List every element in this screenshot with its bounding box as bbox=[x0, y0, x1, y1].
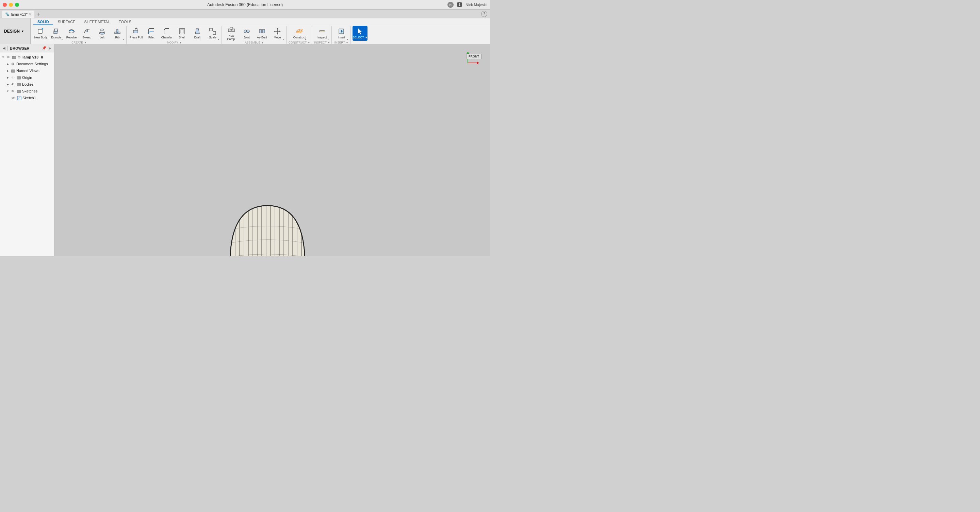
sidebar-pin-button[interactable]: 📌 bbox=[42, 46, 47, 50]
joint-button[interactable]: Joint bbox=[239, 26, 254, 41]
inspect-group-label: INSPECT ▼ bbox=[314, 41, 330, 44]
browser-label: BROWSER bbox=[10, 46, 29, 50]
offset-plane-button[interactable]: Construct ▼ bbox=[292, 26, 307, 41]
tree-item-origin[interactable]: ▶ 👁 Origin bbox=[0, 74, 54, 81]
titlebar-right: N 1 Nick Majeski bbox=[447, 2, 490, 8]
tab-icon: 🔩 bbox=[5, 12, 10, 16]
toolbar-group-modify: Press Pull Fillet bbox=[127, 26, 222, 44]
sidebar-collapse-right[interactable]: ▶ bbox=[49, 46, 51, 50]
tree-item-lamp-v13[interactable]: ▼ 👁 ⚙ lamp v13 bbox=[0, 54, 54, 60]
tab-bar: 🔩 lamp v13* ✕ + ? bbox=[0, 10, 490, 18]
toolbar-group-inspect: Inspect ▼ INSPECT ▼ bbox=[313, 26, 332, 44]
eye-icon-sketch1[interactable]: 👁 bbox=[11, 95, 16, 100]
tab-tools[interactable]: TOOLS bbox=[115, 19, 135, 25]
window-title: Autodesk Fusion 360 (Education License) bbox=[207, 2, 283, 7]
svg-rect-20 bbox=[210, 28, 212, 31]
construct-group-label: CONSTRUCT ▼ bbox=[288, 41, 310, 44]
insert-button[interactable]: Insert ▼ bbox=[334, 26, 349, 41]
tree-item-named-views[interactable]: ▶ Named Views bbox=[0, 67, 54, 74]
tree-item-sketches[interactable]: ▼ 👁 Sketches bbox=[0, 88, 54, 95]
new-component-assemble-button[interactable]: New Comp. bbox=[224, 26, 239, 41]
sweep-button[interactable]: Sweep bbox=[79, 26, 94, 41]
expand-arrow-origin[interactable]: ▶ bbox=[6, 76, 10, 79]
toolbar-buttons: + New Body bbox=[30, 26, 490, 44]
add-tab-button[interactable]: + bbox=[35, 11, 43, 18]
svg-point-26 bbox=[244, 30, 247, 33]
tab-surface[interactable]: SURFACE bbox=[54, 19, 80, 25]
sidebar: ◀ BROWSER 📌 ▶ ▼ 👁 ⚙ lamp v13 bbox=[0, 44, 54, 256]
expand-arrow-namedviews[interactable]: ▶ bbox=[6, 69, 10, 73]
assemble-group-label: ASSEMBLE ▼ bbox=[245, 41, 264, 44]
svg-marker-7 bbox=[74, 30, 75, 32]
expand-arrow-sketches[interactable]: ▼ bbox=[6, 90, 10, 93]
help-icon[interactable]: ? bbox=[481, 11, 487, 17]
expand-arrow-lamp[interactable]: ▼ bbox=[2, 56, 5, 59]
measure-button[interactable]: Inspect ▼ bbox=[315, 26, 330, 41]
sidebar-collapse-button[interactable]: ◀ bbox=[3, 46, 5, 50]
tree-label-bodies: Bodies bbox=[22, 82, 34, 86]
notification-badge[interactable]: 1 bbox=[457, 2, 463, 7]
record-dot bbox=[41, 56, 43, 59]
chamfer-button[interactable]: Chamfer bbox=[159, 26, 174, 41]
sketch-icon-sketch1 bbox=[17, 95, 21, 100]
draft-button[interactable]: Draft bbox=[190, 26, 205, 41]
svg-marker-31 bbox=[277, 28, 278, 29]
rib-button[interactable]: Rib ▼ bbox=[110, 26, 125, 41]
as-built-joint-button[interactable]: As-Built bbox=[255, 26, 269, 41]
active-tab[interactable]: 🔩 lamp v13* ✕ bbox=[2, 11, 34, 18]
close-button[interactable] bbox=[3, 3, 7, 7]
tree-label-sketches: Sketches bbox=[22, 89, 37, 93]
new-component-button[interactable]: + New Body bbox=[33, 26, 48, 41]
svg-rect-15 bbox=[134, 30, 138, 33]
tree-label-sketch1: Sketch1 bbox=[22, 96, 36, 100]
expand-arrow-bodies[interactable]: ▶ bbox=[6, 83, 10, 86]
user-name: Nick Majeski bbox=[466, 3, 487, 7]
titlebar: Autodesk Fusion 360 (Education License) … bbox=[0, 0, 490, 10]
sidebar-header: ◀ BROWSER 📌 ▶ bbox=[0, 44, 54, 52]
press-pull-button[interactable]: Press Pull bbox=[129, 26, 143, 41]
tab-solid[interactable]: SOLID bbox=[33, 19, 53, 25]
toolbar-group-assemble: New Comp. Joint bbox=[223, 26, 286, 44]
design-dropdown[interactable]: DESIGN ▼ bbox=[0, 18, 30, 44]
svg-marker-34 bbox=[279, 30, 281, 32]
svg-text:+: + bbox=[41, 27, 43, 30]
expand-arrow-docsettings[interactable]: ▶ bbox=[6, 63, 10, 66]
tree-item-sketch1[interactable]: 👁 Sketch1 bbox=[0, 95, 54, 101]
svg-rect-30 bbox=[262, 30, 265, 33]
move-copy-button[interactable]: Move ▼ bbox=[270, 26, 285, 41]
svg-point-10 bbox=[101, 29, 103, 30]
svg-rect-46 bbox=[17, 76, 21, 79]
design-chevron-icon: ▼ bbox=[21, 30, 24, 33]
eye-icon-sketches[interactable]: 👁 bbox=[11, 89, 15, 94]
gear-icon-lamp[interactable]: ⚙ bbox=[18, 55, 21, 60]
select-button[interactable]: SELECT ▼ bbox=[353, 26, 368, 41]
svg-text:Y: Y bbox=[467, 51, 469, 52]
extrude-button[interactable]: Extrude ▼ bbox=[49, 26, 64, 41]
tree-item-document-settings[interactable]: ▶ ⚙ Document Settings bbox=[0, 60, 54, 67]
design-label: DESIGN bbox=[4, 29, 20, 34]
tree-label-namedviews: Named Views bbox=[16, 69, 40, 73]
orientation-indicator[interactable]: Y X FRONT bbox=[456, 51, 480, 75]
svg-point-8 bbox=[86, 30, 88, 32]
modify-group-label: MODIFY ▼ bbox=[167, 41, 182, 44]
eye-icon-origin[interactable]: 👁 bbox=[11, 75, 15, 80]
eye-icon-bodies[interactable]: 👁 bbox=[11, 82, 15, 87]
tab-sheet-metal[interactable]: SHEET METAL bbox=[80, 19, 114, 25]
folder-icon-sketches bbox=[16, 89, 21, 94]
tree-item-bodies[interactable]: ▶ 👁 Bodies bbox=[0, 81, 54, 88]
revolve-button[interactable]: Revolve bbox=[64, 26, 79, 41]
svg-rect-29 bbox=[259, 30, 262, 33]
tab-close-button[interactable]: ✕ bbox=[29, 12, 32, 16]
loft-button[interactable]: Loft bbox=[95, 26, 110, 41]
insert-group-label: INSERT ▼ bbox=[334, 41, 349, 44]
eye-icon-lamp[interactable]: 👁 bbox=[6, 55, 11, 60]
viewport[interactable]: Y X FRONT bbox=[54, 44, 490, 256]
toolbar-tab-row: SOLID SURFACE SHEET METAL TOOLS bbox=[30, 18, 490, 26]
fillet-button[interactable]: Fillet bbox=[144, 26, 159, 41]
shell-button[interactable]: Shell bbox=[175, 26, 189, 41]
minimize-button[interactable] bbox=[9, 3, 13, 7]
toolbar-group-select: SELECT ▼ . bbox=[351, 26, 369, 44]
folder-icon-namedviews bbox=[11, 68, 15, 73]
maximize-button[interactable] bbox=[15, 3, 19, 7]
scale-button[interactable]: Scale ▼ bbox=[205, 26, 220, 41]
